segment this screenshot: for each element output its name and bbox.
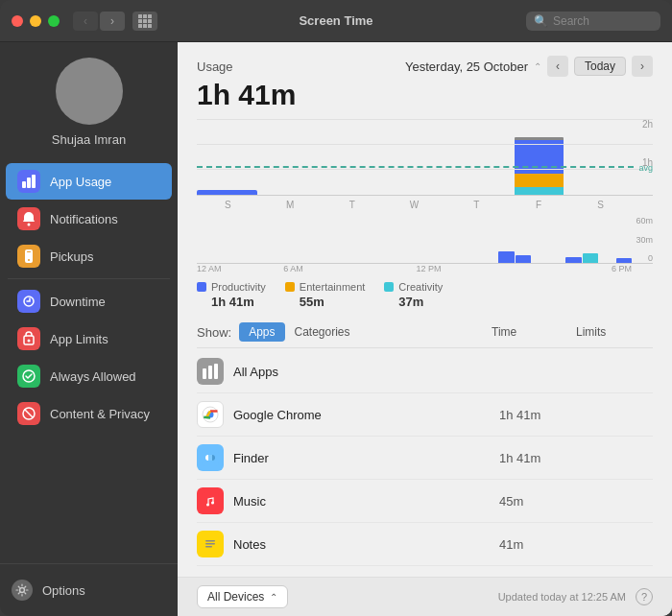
day-label-m: M <box>259 200 322 210</box>
day-label-t: T <box>321 200 383 210</box>
row-name-notes: Notes <box>233 537 499 552</box>
next-date-button[interactable]: › <box>632 56 653 77</box>
time-label-6pm: 6 PM <box>496 264 632 273</box>
sidebar-item-pickups[interactable]: Pickups <box>6 238 172 274</box>
forward-button[interactable]: › <box>100 12 125 31</box>
svg-line-11 <box>25 410 33 417</box>
day-col-t1 <box>322 119 382 195</box>
weekly-chart: avg 2h 1h <box>197 119 653 196</box>
hour-bar <box>583 253 598 263</box>
table-row[interactable]: Notes 41m <box>197 523 653 566</box>
maximize-button[interactable] <box>48 15 60 27</box>
search-input[interactable] <box>553 14 653 28</box>
total-time: 1h 41m <box>197 79 653 111</box>
sidebar-footer: Options <box>0 563 178 616</box>
back-button[interactable]: ‹ <box>73 12 98 31</box>
date-text[interactable]: Yesterday, 25 October <box>405 59 528 74</box>
options-item[interactable]: Options <box>12 576 166 604</box>
sidebar: Shujaa Imran App Usage <box>0 42 178 616</box>
day-label-f: F <box>508 200 570 210</box>
main-container: Shujaa Imran App Usage <box>0 42 672 616</box>
sidebar-item-downtime[interactable]: Downtime <box>6 283 172 320</box>
row-time-chrome: 1h 41m <box>499 408 576 422</box>
svg-point-24 <box>211 502 214 505</box>
svg-rect-22 <box>202 492 219 509</box>
svg-point-3 <box>28 224 31 226</box>
sidebar-separator <box>8 278 170 279</box>
svg-rect-28 <box>205 546 212 548</box>
show-label: Show: <box>197 325 231 340</box>
today-button[interactable]: Today <box>574 57 626 76</box>
devices-chevron-icon: ⌃ <box>270 592 277 603</box>
prev-date-button[interactable]: ‹ <box>547 56 568 77</box>
svg-point-12 <box>20 588 25 593</box>
y-label: 2h <box>642 119 653 130</box>
table-row[interactable]: Music 45m <box>197 480 653 523</box>
time-label-12am: 12 AM <box>197 264 226 273</box>
bar-creativity <box>515 187 563 195</box>
sidebar-item-label: App Limits <box>50 332 108 346</box>
titlebar: ‹ › Screen Time 🔍 <box>0 0 672 42</box>
row-time-finder: 1h 41m <box>499 451 576 465</box>
svg-rect-27 <box>205 543 215 545</box>
grid-button[interactable] <box>132 12 157 31</box>
help-button[interactable]: ? <box>636 588 653 605</box>
sidebar-item-app-limits[interactable]: App Limits <box>6 320 172 357</box>
devices-select[interactable]: All Devices ⌃ <box>197 585 288 608</box>
downtime-icon <box>17 290 40 313</box>
sidebar-item-label: App Usage <box>50 175 111 189</box>
y-label-0: 0 <box>648 253 653 263</box>
row-name-all-apps: All Apps <box>233 365 499 379</box>
always-allowed-icon <box>17 365 40 388</box>
svg-rect-5 <box>27 251 31 252</box>
notifications-icon <box>17 207 40 230</box>
hourly-chart: 60m 30m 0 <box>197 216 653 264</box>
sidebar-nav: App Usage Notifications <box>0 162 178 563</box>
table-row[interactable]: Google Chrome 1h 41m <box>197 393 653 437</box>
chart-y-labels: 2h 1h <box>642 119 653 195</box>
grid-line <box>197 144 653 145</box>
minimize-button[interactable] <box>30 15 41 27</box>
legend-row: Creativity <box>384 281 443 293</box>
app-limits-icon <box>17 327 40 350</box>
sidebar-item-notifications[interactable]: Notifications <box>6 201 172 237</box>
tab-categories[interactable]: Categories <box>285 322 360 342</box>
search-bar[interactable]: 🔍 <box>526 12 660 31</box>
time-label-6am: 6 AM <box>226 264 361 273</box>
time-labels: 12 AM 6 AM 12 PM 6 PM <box>197 264 653 273</box>
col-header-limits: Limits <box>576 325 653 339</box>
close-button[interactable] <box>12 15 23 27</box>
grid-line <box>197 169 653 170</box>
y-label-30m: 30m <box>636 235 653 245</box>
sidebar-item-always-allowed[interactable]: Always Allowed <box>6 358 172 394</box>
legend-dot-productivity <box>197 282 206 292</box>
search-icon: 🔍 <box>534 14 548 28</box>
row-time-music: 45m <box>499 494 576 509</box>
row-name-finder: Finder <box>233 451 499 465</box>
table-row[interactable]: Finder 1h 41m <box>197 437 653 480</box>
legend-dot-entertainment <box>285 282 295 292</box>
tab-apps[interactable]: Apps <box>239 322 284 342</box>
weekly-bars <box>197 119 653 195</box>
svg-point-23 <box>206 504 209 507</box>
f-bar-stack <box>509 119 569 195</box>
sidebar-item-label: Content & Privacy <box>50 407 150 421</box>
bar-productivity <box>197 190 257 195</box>
sidebar-item-label: Downtime <box>50 295 106 309</box>
usage-header: Usage Yesterday, 25 October ⌃ ‹ Today › … <box>178 42 672 119</box>
legend-dot-creativity <box>384 282 394 292</box>
options-label: Options <box>42 583 85 598</box>
show-row: Show: Apps Categories Time Limits <box>197 317 653 348</box>
sidebar-item-app-usage[interactable]: App Usage <box>6 163 172 200</box>
app-icon-chrome <box>197 401 224 428</box>
legend-row: Productivity <box>197 281 266 293</box>
username: Shujaa Imran <box>52 132 126 147</box>
day-col-w <box>384 119 444 195</box>
svg-rect-1 <box>27 178 31 188</box>
sidebar-item-label: Notifications <box>50 212 118 226</box>
sidebar-item-content-privacy[interactable]: Content & Privacy <box>6 395 172 432</box>
usage-label: Usage <box>197 59 233 74</box>
options-icon <box>12 580 33 601</box>
table-row[interactable]: All Apps <box>197 350 653 393</box>
app-icon-music <box>197 487 224 514</box>
